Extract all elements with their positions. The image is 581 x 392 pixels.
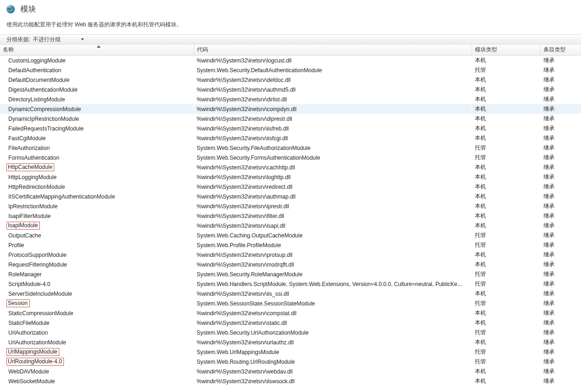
cell-entry-type: 继承 [540,104,581,114]
cell-name: FastCgiModule [0,133,194,143]
cell-code: %windir%\System32\inetsrv\protsup.dll [194,250,472,260]
cell-name: RoleManager [0,269,194,279]
cell-entry-type: 继承 [540,240,581,250]
cell-name: UrlRoutingModule-4.0 [0,357,194,367]
table-row[interactable]: WebDAVModule%windir%\System32\inetsrv\we… [0,367,581,376]
cell-code: System.Web.Routing.UrlRoutingModule [194,357,472,367]
table-row[interactable]: DefaultDocumentModule%windir%\System32\i… [0,75,581,85]
cell-module-type: 本机 [472,376,540,386]
table-row[interactable]: StaticCompressionModule%windir%\System32… [0,308,581,318]
cell-module-type: 本机 [472,318,540,328]
cell-entry-type: 继承 [540,250,581,260]
cell-entry-type: 继承 [540,328,581,337]
table-row[interactable]: DigestAuthenticationModule%windir%\Syste… [0,85,581,94]
table-row[interactable]: HttpCacheModule%windir%\System32\inetsrv… [0,162,581,172]
cell-name: Profile [0,240,194,250]
table-row[interactable]: UrlMappingsModuleSystem.Web.UrlMappingsM… [0,347,581,357]
table-row[interactable]: FileAuthorizationSystem.Web.Security.Fil… [0,143,581,153]
cell-entry-type: 继承 [540,308,581,318]
cell-module-type: 托管 [472,153,540,162]
table-row[interactable]: WebSocketModule%windir%\System32\inetsrv… [0,376,581,386]
cell-module-type: 本机 [472,94,540,104]
cell-name: DynamicCompressionModule [0,104,194,114]
table-header-row: 名称 代码 模块类型 条目类型 [0,44,581,56]
table-row[interactable]: ProtocolSupportModule%windir%\System32\i… [0,250,581,260]
highlight-annotation: UrlMappingsModule [6,348,59,356]
cell-entry-type: 继承 [540,75,581,85]
page-description: 使用此功能配置用于处理对 Web 服务器的请求的本机和托管代码模块。 [0,16,581,34]
cell-entry-type: 继承 [540,299,581,308]
cell-code: System.Web.Security.DefaultAuthenticatio… [194,65,472,75]
cell-name: HttpCacheModule [0,162,194,172]
cell-code: %windir%\System32\inetsrv\dirlist.dll [194,94,472,104]
cell-name: WebSocketModule [0,376,194,386]
cell-name: StaticFileModule [0,318,194,328]
cell-entry-type: 继承 [540,162,581,172]
table-row[interactable]: FailedRequestsTracingModule%windir%\Syst… [0,124,581,133]
table-row[interactable]: DynamicCompressionModule%windir%\System3… [0,104,581,114]
cell-entry-type: 继承 [540,269,581,279]
cell-name: FormsAuthentication [0,153,194,162]
globe-icon [6,4,16,14]
cell-entry-type: 继承 [540,65,581,75]
table-row[interactable]: ScriptModule-4.0System.Web.Handlers.Scri… [0,279,581,289]
table-row[interactable]: ServerSideIncludeModule%windir%\System32… [0,289,581,299]
table-row[interactable]: IsapiModule%windir%\System32\inetsrv\isa… [0,221,581,230]
table-row[interactable]: RoleManagerSystem.Web.Security.RoleManag… [0,269,581,279]
column-header-module-type[interactable]: 模块类型 [472,44,540,56]
column-header-code[interactable]: 代码 [194,44,472,56]
table-row[interactable]: CustomLoggingModule%windir%\System32\ine… [0,56,581,66]
column-header-entry-type[interactable]: 条目类型 [540,44,581,56]
column-header-name[interactable]: 名称 [0,44,194,56]
group-by-dropdown[interactable]: 不进行分组 [33,36,88,44]
cell-code: %windir%\System32\inetsrv\isapi.dll [194,221,472,230]
table-row[interactable]: ProfileSystem.Web.Profile.ProfileModule托… [0,240,581,250]
table-row[interactable]: FormsAuthenticationSystem.Web.Security.F… [0,153,581,162]
cell-code: %windir%\System32\inetsrv\webdav.dll [194,367,472,376]
cell-entry-type: 继承 [540,94,581,104]
cell-name: DirectoryListingModule [0,94,194,104]
table-row[interactable]: IISCertificateMappingAuthenticationModul… [0,192,581,201]
cell-entry-type: 继承 [540,279,581,289]
cell-entry-type: 继承 [540,376,581,386]
cell-name: FileAuthorization [0,143,194,153]
cell-entry-type: 继承 [540,318,581,328]
table-row[interactable]: UrlRoutingModule-4.0System.Web.Routing.U… [0,357,581,367]
cell-entry-type: 继承 [540,289,581,299]
chevron-down-icon [81,38,84,40]
table-row[interactable]: SessionSystem.Web.SessionState.SessionSt… [0,299,581,308]
table-row[interactable]: UrlAuthorizationModule%windir%\System32\… [0,337,581,347]
cell-module-type: 本机 [472,124,540,133]
sort-asc-icon [97,45,101,48]
highlight-annotation: Session [6,299,30,307]
table-row[interactable]: FastCgiModule%windir%\System32\inetsrv\i… [0,133,581,143]
table-row[interactable]: DynamicIpRestrictionModule%windir%\Syste… [0,114,581,124]
table-row[interactable]: RequestFilteringModule%windir%\System32\… [0,260,581,269]
cell-entry-type: 继承 [540,211,581,221]
table-row[interactable]: DirectoryListingModule%windir%\System32\… [0,94,581,104]
table-row[interactable]: HttpRedirectionModule%windir%\System32\i… [0,182,581,192]
cell-code: %windir%\System32\inetsrv\loghttp.dll [194,172,472,182]
cell-code: System.Web.Security.FileAuthorizationMod… [194,143,472,153]
table-row[interactable]: HttpLoggingModule%windir%\System32\inets… [0,172,581,182]
page-title: 模块 [20,4,36,14]
cell-name: DigestAuthenticationModule [0,85,194,94]
cell-name: IpRestrictionModule [0,201,194,211]
cell-entry-type: 继承 [540,56,581,66]
table-row[interactable]: OutputCacheSystem.Web.Caching.OutputCach… [0,230,581,240]
cell-code: %windir%\System32\inetsrv\authmap.dll [194,192,472,201]
cell-code: %windir%\System32\inetsrv\filter.dll [194,211,472,221]
cell-name: UrlAuthorizationModule [0,337,194,347]
table-row[interactable]: DefaultAuthenticationSystem.Web.Security… [0,65,581,75]
table-row[interactable]: StaticFileModule%windir%\System32\inetsr… [0,318,581,328]
table-body: CustomLoggingModule%windir%\System32\ine… [0,56,581,386]
cell-name: FailedRequestsTracingModule [0,124,194,133]
table-row[interactable]: UrlAuthorizationSystem.Web.Security.UrlA… [0,328,581,337]
cell-module-type: 托管 [472,347,540,357]
cell-entry-type: 继承 [540,230,581,240]
cell-name: IsapiFilterModule [0,211,194,221]
table-row[interactable]: IpRestrictionModule%windir%\System32\ine… [0,201,581,211]
cell-name: CustomLoggingModule [0,56,194,66]
cell-code: System.Web.Security.UrlAuthorizationModu… [194,328,472,337]
table-row[interactable]: IsapiFilterModule%windir%\System32\inets… [0,211,581,221]
